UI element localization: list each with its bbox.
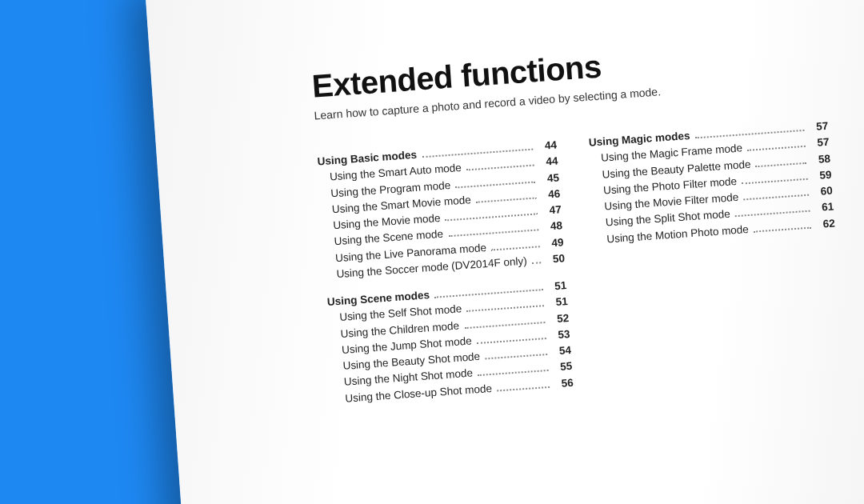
toc-page-number: 48 — [542, 218, 562, 236]
toc-page-number: 46 — [541, 186, 561, 203]
toc-page-number: 51 — [548, 294, 568, 311]
toc-page-number: 49 — [544, 234, 564, 252]
toc-page-number: 50 — [545, 250, 565, 268]
toc-leader-dots — [754, 226, 811, 232]
toc-page-number: 54 — [551, 342, 571, 360]
toc-page-number: 57 — [810, 134, 830, 152]
toc-leader-dots — [491, 246, 540, 250]
toc-page-number: 61 — [814, 199, 834, 217]
toc-page-number: 58 — [810, 150, 830, 168]
toc-page-number: 44 — [537, 138, 557, 155]
toc-leader-dots — [497, 386, 550, 391]
toc-page-number: 52 — [549, 310, 569, 328]
toc-page-number: 62 — [815, 215, 835, 233]
toc-page-number: 60 — [813, 183, 833, 201]
toc-leader-dots — [756, 162, 807, 166]
toc-page-number: 44 — [538, 154, 558, 171]
toc-leader-dots — [455, 181, 535, 188]
toc-page-number: 57 — [809, 118, 829, 136]
toc-leader-dots — [485, 354, 547, 359]
toc-section: Using Basic modes44Using the Smart Auto … — [317, 138, 566, 284]
toc-leader-dots — [735, 210, 810, 218]
toc-section: Using Magic modes57Using the Magic Frame… — [588, 118, 835, 248]
toc-leader-dots — [742, 178, 808, 184]
toc-page-number: 59 — [812, 166, 832, 184]
toc-leader-dots — [476, 197, 537, 202]
toc-leader-dots — [747, 146, 806, 151]
toc-leader-dots — [464, 322, 545, 329]
toc-columns: Using Basic modes44Using the Smart Auto … — [317, 116, 864, 418]
toc-column: Using Basic modes44Using the Smart Auto … — [317, 138, 574, 419]
toc-leader-dots — [478, 370, 549, 376]
toc-column: Using Magic modes57Using the Magic Frame… — [588, 118, 846, 400]
toc-leader-dots — [743, 194, 809, 201]
toc-page-number: 55 — [553, 358, 573, 376]
toc-page-number: 47 — [542, 202, 562, 219]
toc-section: Using Scene modes51Using the Self Shot m… — [326, 278, 574, 407]
toc-page-number: 53 — [550, 326, 570, 344]
document-page: Extended functions Learn how to capture … — [144, 0, 864, 504]
toc-leader-dots — [532, 262, 541, 264]
toc-leader-dots — [466, 165, 534, 171]
toc-leader-dots — [466, 305, 544, 312]
toc-page-number: 56 — [554, 374, 574, 392]
toc-leader-dots — [477, 338, 546, 344]
toc-page-number: 51 — [547, 278, 567, 295]
background: Extended functions Learn how to capture … — [0, 0, 864, 504]
toc-page-number: 45 — [539, 170, 559, 187]
